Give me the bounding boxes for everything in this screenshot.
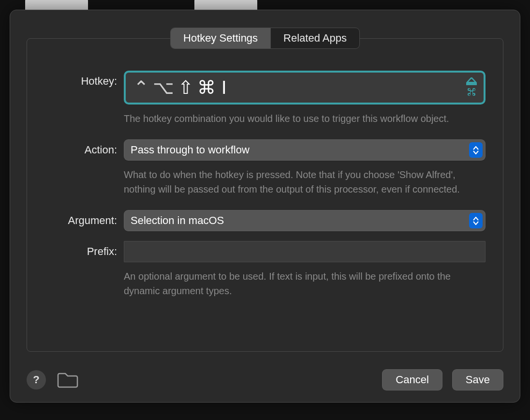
open-folder-button[interactable]	[57, 372, 79, 388]
action-label: Action:	[44, 139, 124, 161]
help-icon: ?	[33, 374, 39, 386]
action-help-text: What to do when the hotkey is pressed. N…	[124, 167, 486, 196]
control-key-icon: ⌃	[133, 78, 149, 97]
prefix-input[interactable]	[124, 241, 486, 262]
command-small-icon	[466, 87, 477, 98]
tab-hotkey-settings[interactable]: Hotkey Settings	[171, 28, 270, 48]
option-key-icon: ⌥	[153, 78, 174, 97]
tab-related-apps[interactable]: Related Apps	[270, 28, 359, 48]
argument-select[interactable]: Selection in macOS	[124, 210, 486, 231]
hotkey-label: Hotkey:	[44, 71, 124, 92]
footer-bar: ? Cancel Save	[27, 369, 503, 390]
tab-bar: Hotkey Settings Related Apps	[170, 28, 360, 49]
help-button[interactable]: ?	[27, 370, 46, 390]
settings-group: Hotkey: ⌃ ⌥ ⇧ ⌘ I The hotkey combination…	[27, 38, 503, 352]
hotkey-input[interactable]: ⌃ ⌥ ⇧ ⌘ I	[124, 71, 486, 105]
hotkey-key: I	[221, 77, 227, 98]
updown-chevron-icon	[469, 213, 483, 228]
argument-select-value: Selection in macOS	[131, 214, 224, 227]
prefix-help-text: An optional argument to be used. If text…	[124, 269, 486, 298]
updown-chevron-icon	[469, 142, 483, 158]
save-button[interactable]: Save	[452, 369, 503, 390]
settings-sheet: Hotkey Settings Related Apps Hotkey: ⌃ ⌥…	[10, 10, 520, 403]
shift-key-icon: ⇧	[178, 78, 193, 97]
prefix-label: Prefix:	[44, 241, 124, 262]
eject-icon	[466, 77, 477, 85]
argument-label: Argument:	[44, 210, 124, 231]
cancel-button[interactable]: Cancel	[382, 369, 442, 390]
hotkey-clear-button[interactable]	[466, 77, 477, 98]
action-select-value: Pass through to workflow	[131, 144, 250, 156]
command-key-icon: ⌘	[197, 78, 216, 97]
folder-icon	[57, 372, 79, 388]
hotkey-help-text: The hotkey combination you would like to…	[124, 111, 486, 126]
action-select[interactable]: Pass through to workflow	[124, 139, 486, 161]
